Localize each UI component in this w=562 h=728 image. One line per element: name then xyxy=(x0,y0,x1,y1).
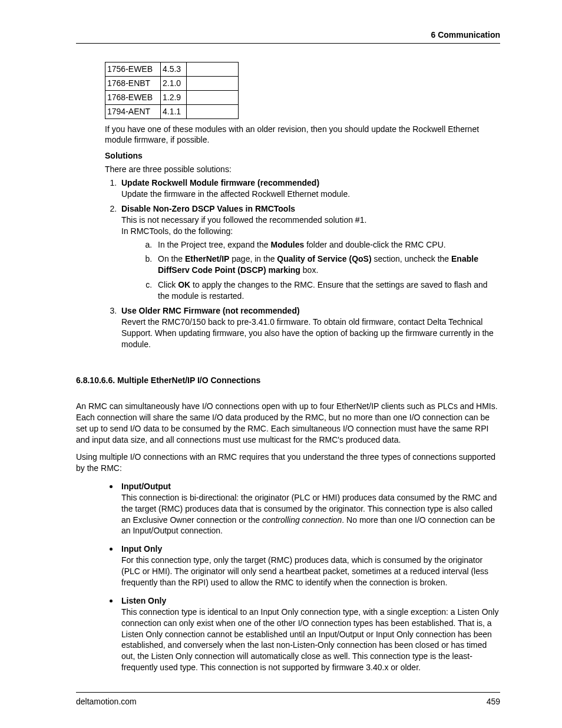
table-row: 1756-EWEB 4.5.3 xyxy=(105,62,239,77)
solution-body-line: In RMCTools, do the following: xyxy=(121,226,233,236)
connection-type-body: This connection type is identical to an … xyxy=(121,607,498,672)
module-note-cell xyxy=(187,90,239,104)
module-rev-cell: 4.1.1 xyxy=(161,104,187,118)
connection-type-body: For this connection type, only the targe… xyxy=(121,555,488,587)
ok-button-label: OK xyxy=(178,280,190,289)
connection-type-item: Input Only For this connection type, onl… xyxy=(119,542,500,588)
body-paragraph: An RMC can simultaneously have I/O conne… xyxy=(76,401,500,446)
solution-title: Disable Non-Zero DSCP Values in RMCTools xyxy=(121,204,295,213)
controlling-connection-term: controlling connection xyxy=(262,515,342,525)
modules-label: Modules xyxy=(270,240,304,249)
ethernet-ip-label: EtherNet/IP xyxy=(185,254,229,263)
table-row: 1794-AENT 4.1.1 xyxy=(105,104,239,118)
after-table-paragraph: If you have one of these modules with an… xyxy=(105,124,500,146)
connection-type-item: Input/Output This connection is bi-direc… xyxy=(119,480,500,536)
footer-site: deltamotion.com xyxy=(76,696,137,707)
module-note-cell xyxy=(187,76,239,90)
connection-types-list: Input/Output This connection is bi-direc… xyxy=(76,480,500,673)
connection-type-title: Input/Output xyxy=(121,482,171,491)
text: Click xyxy=(158,280,178,289)
module-name-cell: 1768-EWEB xyxy=(105,90,161,104)
sub-step: On the EtherNet/IP page, in the Quality … xyxy=(154,253,500,276)
running-header: 6 Communication xyxy=(76,29,500,44)
module-revision-table: 1756-EWEB 4.5.3 1768-ENBT 2.1.0 1768-EWE… xyxy=(105,62,239,119)
solution-body: Update the firmware in the affected Rock… xyxy=(121,189,350,199)
solution-item: Disable Non-Zero DSCP Values in RMCTools… xyxy=(119,203,500,302)
solution-title: Update Rockwell Module firmware (recomme… xyxy=(121,178,319,187)
connection-type-body: This connection is bi-directional: the o… xyxy=(121,493,497,536)
connection-type-title: Listen Only xyxy=(121,596,166,605)
page-container: 6 Communication 1756-EWEB 4.5.3 1768-ENB… xyxy=(0,0,562,728)
page-footer: deltamotion.com 459 xyxy=(76,692,500,707)
solution-item: Update Rockwell Module firmware (recomme… xyxy=(119,177,500,200)
footer-page-number: 459 xyxy=(487,696,500,707)
body-paragraph: Using multiple I/O connections with an R… xyxy=(76,452,500,474)
module-name-cell: 1794-AENT xyxy=(105,104,161,118)
text: section, uncheck the xyxy=(372,254,451,263)
content-area: 1756-EWEB 4.5.3 1768-ENBT 2.1.0 1768-EWE… xyxy=(76,62,500,673)
text: folder and double-click the RMC CPU. xyxy=(304,240,445,249)
connection-type-item: Listen Only This connection type is iden… xyxy=(119,594,500,673)
text: to apply the changes to the RMC. Ensure … xyxy=(158,280,488,301)
qos-label: Quality of Service (QoS) xyxy=(277,254,371,263)
solution-item: Use Older RMC Firmware (not recommended)… xyxy=(119,305,500,350)
solutions-list: Update Rockwell Module firmware (recomme… xyxy=(76,177,500,350)
module-rev-cell: 1.2.9 xyxy=(161,90,187,104)
header-section: 6 Communication xyxy=(431,30,500,39)
module-note-cell xyxy=(187,62,239,77)
text: box. xyxy=(300,265,318,275)
text: On the xyxy=(158,254,185,263)
solution-sublist: In the Project tree, expand the Modules … xyxy=(121,239,500,302)
table-row: 1768-EWEB 1.2.9 xyxy=(105,90,239,104)
sub-step: Click OK to apply the changes to the RMC… xyxy=(154,279,500,302)
section-heading: 6.8.10.6.6. Multiple EtherNet/IP I/O Con… xyxy=(76,375,500,386)
solution-title: Use Older RMC Firmware (not recommended) xyxy=(121,306,300,315)
module-name-cell: 1756-EWEB xyxy=(105,62,161,77)
module-rev-cell: 4.5.3 xyxy=(161,62,187,77)
connection-type-title: Input Only xyxy=(121,544,162,554)
module-note-cell xyxy=(187,104,239,118)
solution-body-line: This is not necessary if you followed th… xyxy=(121,215,366,225)
solutions-heading: Solutions xyxy=(105,150,500,162)
solution-body: Revert the RMC70/150 back to pre-3.41.0 … xyxy=(121,317,494,349)
solutions-intro: There are three possible solutions: xyxy=(105,164,500,175)
text: In the Project tree, expand the xyxy=(158,240,270,249)
text: page, in the xyxy=(229,254,277,263)
module-rev-cell: 2.1.0 xyxy=(161,76,187,90)
table-row: 1768-ENBT 2.1.0 xyxy=(105,76,239,90)
sub-step: In the Project tree, expand the Modules … xyxy=(154,239,500,251)
module-name-cell: 1768-ENBT xyxy=(105,76,161,90)
